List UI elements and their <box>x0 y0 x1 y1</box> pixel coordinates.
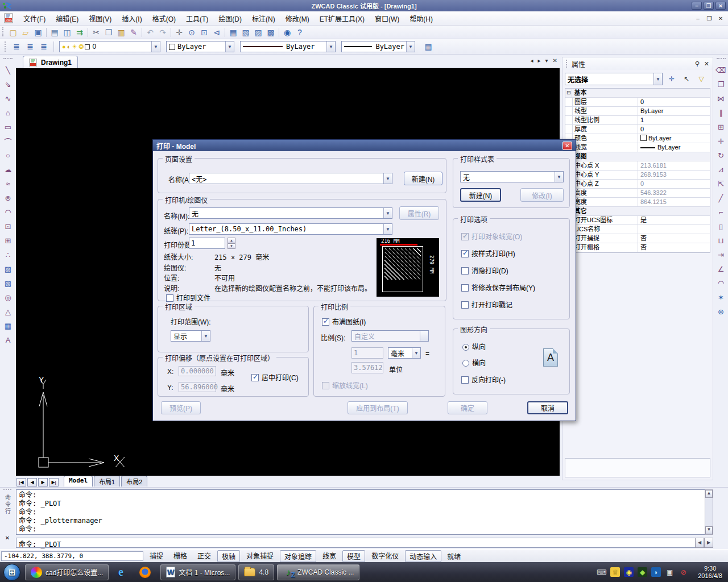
opt-plot-styles[interactable]: 按样式打印(H) <box>461 248 515 258</box>
separator[interactable] <box>277 27 281 38</box>
layer-previous-icon[interactable]: ≣ <box>38 41 50 52</box>
prop-thickness[interactable]: 厚度 0 <box>565 125 710 134</box>
page-setup-name-combo[interactable]: <无> ▼ <box>189 173 392 184</box>
prop-ucs-name[interactable]: UCS名称 <box>565 225 710 234</box>
polyline-icon[interactable]: ∿ <box>1 92 15 105</box>
page-setup-new-button[interactable]: 新建(N) <box>404 172 442 185</box>
match-properties-icon[interactable]: ✎ <box>127 27 140 38</box>
erase-icon[interactable]: ⌫ <box>714 63 728 77</box>
tab-prev-button[interactable]: ◀ <box>27 478 37 487</box>
panel-grip[interactable] <box>3 489 11 492</box>
scale-icon[interactable]: ⊿ <box>714 163 728 176</box>
status-grid-button[interactable]: 栅格 <box>169 550 191 562</box>
toolbar-grip[interactable] <box>717 58 726 61</box>
property-value[interactable]: 0 <box>638 125 710 134</box>
fillet-icon[interactable]: ◠ <box>714 276 728 290</box>
task-folder-48[interactable]: 4.8 <box>238 564 274 580</box>
style-new-button[interactable]: 新建(N) <box>460 188 501 202</box>
property-value[interactable]: 1 <box>638 116 710 124</box>
offset-icon[interactable]: ∥ <box>714 106 728 119</box>
chevron-down-icon[interactable]: ▼ <box>383 208 392 218</box>
property-value[interactable]: ByLayer <box>638 134 710 143</box>
chevron-down-icon[interactable]: ▼ <box>151 41 160 52</box>
fit-to-paper-checkbox[interactable]: 布满图纸(I) <box>322 317 366 326</box>
landscape-radio[interactable]: 横向 <box>462 357 486 367</box>
plot-style-combo[interactable]: 无 ▼ <box>460 171 564 182</box>
move-icon[interactable]: ✛ <box>714 134 728 148</box>
muted-speaker-icon[interactable]: ⊘ <box>679 567 688 577</box>
tool-palettes-icon[interactable]: ▨ <box>252 27 264 38</box>
plot-dialog-titlebar[interactable]: 打印 - Model ✕ <box>153 140 576 151</box>
ok-button[interactable]: 确定 <box>448 401 487 414</box>
copies-input[interactable]: 1 <box>189 238 225 249</box>
tab-model[interactable]: Model <box>64 476 93 487</box>
style-modify-button[interactable]: 修改(I) <box>520 188 564 202</box>
paste-icon[interactable]: ▥ <box>115 27 127 38</box>
prop-lineweight[interactable]: 线宽 ByLayer <box>565 143 710 152</box>
chevron-down-icon[interactable]: ▼ <box>406 41 415 52</box>
publish-icon[interactable]: ⇉ <box>73 27 86 38</box>
scale-lineweights-checkbox[interactable]: 缩放线宽(L) <box>322 380 368 390</box>
region-icon[interactable]: △ <box>1 305 15 318</box>
design-center-icon[interactable]: ▧ <box>239 27 252 38</box>
property-value[interactable]: ByLayer <box>638 143 710 152</box>
task-internet-explorer[interactable]: e <box>111 564 133 580</box>
revision-cloud-icon[interactable]: ☁ <box>1 163 15 176</box>
make-block-icon[interactable]: ⊞ <box>1 234 15 247</box>
trim-icon[interactable]: ╱ <box>714 191 728 205</box>
stretch-icon[interactable]: ⇱ <box>714 177 728 190</box>
task-zwcad[interactable]: ♪ ZWCAD Classic ... <box>277 564 359 580</box>
scroll-down-icon[interactable]: ▼ <box>705 526 713 534</box>
copy-object-icon[interactable]: ❐ <box>714 77 728 91</box>
chevron-down-icon[interactable] <box>420 331 428 341</box>
property-value[interactable]: 213.6181 <box>638 161 710 170</box>
pan-icon[interactable]: ✛ <box>173 27 185 38</box>
table-style-icon[interactable]: ▦ <box>422 41 435 52</box>
menu-format[interactable]: 格式(O) <box>147 12 181 25</box>
rotate-icon[interactable]: ↻ <box>714 148 728 162</box>
construction-line-icon[interactable]: ⇘ <box>1 77 15 91</box>
mtext-icon[interactable]: A <box>1 333 15 347</box>
prop-cat-misc[interactable]: ⊟ 其它 <box>565 207 710 216</box>
extend-icon[interactable]: ⌐ <box>714 205 728 219</box>
array-icon[interactable]: ⊞ <box>714 120 728 134</box>
chevron-down-icon[interactable]: ▼ <box>653 73 662 85</box>
tab-scroll-left-icon[interactable]: ◂ <box>531 57 533 64</box>
lineweight-combo[interactable]: ByLayer ▼ <box>341 41 415 52</box>
status-ortho-button[interactable]: 正交 <box>193 550 215 562</box>
scale-denominator-input[interactable]: 3.57612 <box>351 362 383 373</box>
command-scrollbar[interactable]: ▲ ▼ <box>705 489 713 535</box>
prop-center-z[interactable]: 中心点 Z 0 <box>565 180 710 189</box>
collapse-icon[interactable] <box>565 116 573 124</box>
tab-last-button[interactable]: ▶| <box>49 478 59 487</box>
status-polar-button[interactable]: 极轴 <box>217 550 240 562</box>
polygon-icon[interactable]: ⌂ <box>1 106 15 119</box>
chevron-down-icon[interactable]: ▼ <box>383 224 392 234</box>
menu-tools[interactable]: 工具(T) <box>181 12 213 25</box>
prop-cat-view[interactable]: ⊟ 视图 <box>565 152 710 161</box>
menu-file[interactable]: 文件(F) <box>18 12 51 25</box>
prop-height[interactable]: 高度 546.3322 <box>565 189 710 198</box>
menu-express[interactable]: ET扩展工具(X) <box>315 12 370 25</box>
property-value[interactable]: 否 <box>638 243 710 252</box>
layer-properties-manager-icon[interactable]: ≣ <box>10 41 23 52</box>
toggle-pickadd-icon[interactable]: ▽ <box>696 74 707 84</box>
toolbar-grip[interactable] <box>5 41 7 52</box>
layer-combo[interactable]: ●◐☀❂ 0 ▼ <box>59 41 160 52</box>
prop-snap-on[interactable]: 打开捕捉 否 <box>565 234 710 243</box>
break-icon[interactable]: ⊔ <box>714 234 728 247</box>
opt-save-changes[interactable]: 将修改保存到布局(Y) <box>461 282 535 292</box>
tab-layout2[interactable]: 布局2 <box>121 476 147 487</box>
tab-drawing1[interactable]: Drawing1 <box>23 56 78 68</box>
help-icon[interactable]: ? <box>293 27 306 38</box>
linetype-combo[interactable]: ByLayer ▼ <box>240 41 336 52</box>
mirror-icon[interactable]: ⋈ <box>714 92 728 105</box>
command-hscroll[interactable]: ◀ ▶ <box>695 538 713 548</box>
properties-titlebar[interactable]: 属性 ⚲ ✕ <box>562 57 713 70</box>
donut-icon[interactable]: ◎ <box>1 290 15 304</box>
status-tablet-button[interactable]: 数字化仪 <box>367 550 403 562</box>
mdi-restore-button[interactable]: ❐ <box>705 15 713 22</box>
scale-combo[interactable]: 自定义 <box>351 330 429 342</box>
toolbar-grip[interactable] <box>3 58 13 61</box>
open-icon[interactable]: ▱ <box>19 27 32 38</box>
